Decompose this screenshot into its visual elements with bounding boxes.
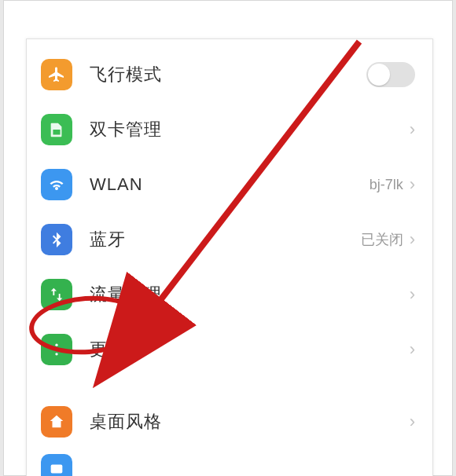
svg-point-0 bbox=[55, 344, 57, 346]
sim-icon bbox=[41, 114, 72, 145]
airplane-icon bbox=[41, 59, 72, 90]
wlan-value: bj-7lk bbox=[370, 177, 403, 193]
wifi-icon bbox=[41, 169, 72, 200]
section-divider bbox=[27, 377, 432, 394]
row-bluetooth[interactable]: 蓝牙 已关闭 › bbox=[27, 212, 432, 267]
bluetooth-icon bbox=[41, 224, 72, 255]
more-label: 更多 bbox=[90, 338, 410, 361]
chevron-right-icon: › bbox=[410, 286, 415, 303]
row-homestyle[interactable]: 桌面风格 › bbox=[27, 394, 432, 449]
bluetooth-value: 已关闭 bbox=[361, 230, 403, 249]
chevron-right-icon: › bbox=[410, 176, 415, 193]
display-icon bbox=[41, 454, 72, 476]
chevron-right-icon: › bbox=[410, 413, 415, 430]
row-traffic[interactable]: 流量管理 › bbox=[27, 267, 432, 322]
airplane-toggle[interactable] bbox=[366, 62, 415, 87]
bluetooth-label: 蓝牙 bbox=[90, 228, 361, 251]
airplane-label: 飞行模式 bbox=[90, 63, 366, 86]
dualsim-label: 双卡管理 bbox=[90, 118, 410, 141]
traffic-label: 流量管理 bbox=[90, 283, 410, 306]
svg-point-2 bbox=[55, 353, 57, 355]
settings-panel: 飞行模式 双卡管理 › WLAN bj-7lk › 蓝牙 已关闭 bbox=[26, 38, 433, 476]
row-wlan[interactable]: WLAN bj-7lk › bbox=[27, 157, 432, 212]
home-icon bbox=[41, 406, 72, 438]
homestyle-label: 桌面风格 bbox=[90, 410, 410, 434]
row-airplane[interactable]: 飞行模式 bbox=[27, 47, 432, 102]
chevron-right-icon: › bbox=[410, 341, 415, 358]
row-more[interactable]: 更多 › bbox=[27, 322, 432, 377]
chevron-right-icon: › bbox=[410, 121, 415, 138]
chevron-right-icon: › bbox=[410, 231, 415, 248]
wlan-label: WLAN bbox=[90, 174, 370, 195]
svg-rect-3 bbox=[51, 465, 63, 474]
more-icon bbox=[41, 334, 72, 365]
traffic-icon bbox=[41, 279, 72, 310]
svg-point-1 bbox=[55, 348, 57, 350]
row-dualsim[interactable]: 双卡管理 › bbox=[27, 102, 432, 157]
row-display[interactable] bbox=[27, 449, 432, 476]
